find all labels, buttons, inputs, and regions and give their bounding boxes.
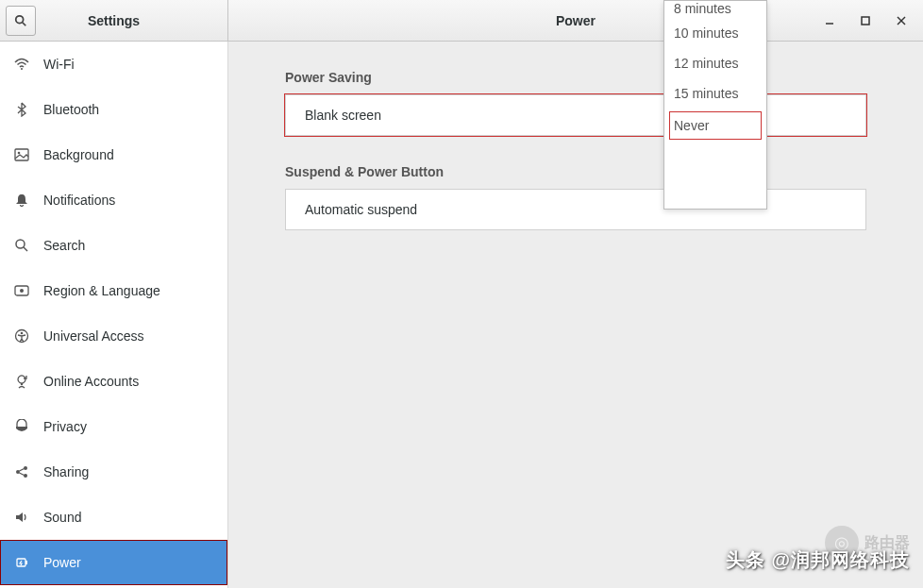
close-button[interactable] xyxy=(883,3,919,39)
sidebar-item-label: Background xyxy=(43,147,114,162)
region-icon xyxy=(13,282,30,299)
svg-line-20 xyxy=(20,473,25,476)
watermark-text: 头条 @润邦网络科技 xyxy=(726,547,910,573)
window-controls xyxy=(812,3,919,39)
sidebar-item-online-accounts[interactable]: Online Accounts xyxy=(0,359,227,404)
search-button[interactable] xyxy=(6,6,36,36)
sidebar-item-bluetooth[interactable]: Bluetooth xyxy=(0,87,227,132)
background-icon xyxy=(13,146,30,163)
privacy-icon xyxy=(13,418,30,435)
wifi-icon xyxy=(13,56,30,73)
power-saving-title: Power Saving xyxy=(285,70,866,85)
automatic-suspend-row[interactable]: Automatic suspend xyxy=(285,189,866,230)
watermark: 头条 @润邦网络科技 xyxy=(726,547,910,573)
svg-point-9 xyxy=(16,240,25,248)
headerbar-left: Settings xyxy=(0,0,228,41)
blank-screen-dropdown: 8 minutes 10 minutes 12 minutes 15 minut… xyxy=(663,0,767,210)
dropdown-option-never[interactable]: Never xyxy=(668,110,763,141)
svg-point-0 xyxy=(16,15,24,23)
content: Wi-Fi Bluetooth Background Notifications… xyxy=(0,42,923,588)
sidebar: Wi-Fi Bluetooth Background Notifications… xyxy=(0,42,228,588)
suspend-section-title: Suspend & Power Button xyxy=(285,164,866,179)
svg-line-10 xyxy=(24,247,27,251)
sidebar-item-label: Bluetooth xyxy=(43,102,99,117)
svg-point-6 xyxy=(21,68,23,70)
sidebar-item-label: Online Accounts xyxy=(43,374,139,389)
universal-access-icon xyxy=(13,328,30,344)
svg-point-17 xyxy=(24,466,27,470)
bluetooth-icon xyxy=(13,101,30,118)
sidebar-item-label: Privacy xyxy=(43,419,87,434)
minimize-button[interactable] xyxy=(812,3,847,39)
sidebar-item-label: Region & Language xyxy=(43,283,160,298)
sidebar-item-label: Sharing xyxy=(43,464,89,479)
sidebar-item-region[interactable]: Region & Language xyxy=(0,268,227,313)
svg-rect-22 xyxy=(25,561,27,564)
power-icon xyxy=(13,554,30,571)
svg-point-15 xyxy=(21,383,23,385)
svg-rect-3 xyxy=(862,17,869,25)
svg-point-14 xyxy=(21,332,24,335)
search-icon xyxy=(14,14,27,27)
maximize-button[interactable] xyxy=(847,3,883,39)
notifications-icon xyxy=(13,192,30,209)
headerbar: Settings Power xyxy=(0,0,923,42)
dropdown-option-12-minutes[interactable]: 12 minutes xyxy=(664,48,766,78)
sidebar-item-sharing[interactable]: Sharing xyxy=(0,449,227,495)
main-panel: Power Saving Blank screen Suspend & Powe… xyxy=(228,42,923,588)
sidebar-item-search[interactable]: Search xyxy=(0,223,227,268)
svg-point-18 xyxy=(24,474,27,478)
headerbar-right: Power xyxy=(228,0,923,41)
sidebar-item-label: Power xyxy=(43,555,81,570)
sidebar-item-wifi[interactable]: Wi-Fi xyxy=(0,42,227,87)
search-icon xyxy=(13,237,30,254)
sidebar-item-privacy[interactable]: Privacy xyxy=(0,404,227,449)
sidebar-item-background[interactable]: Background xyxy=(0,132,227,177)
svg-point-12 xyxy=(20,289,24,293)
sidebar-item-label: Search xyxy=(43,238,85,253)
sidebar-item-notifications[interactable]: Notifications xyxy=(0,177,227,223)
sidebar-item-label: Wi-Fi xyxy=(43,57,75,72)
dropdown-option-10-minutes[interactable]: 10 minutes xyxy=(664,18,766,48)
sharing-icon xyxy=(13,463,30,480)
sidebar-item-label: Notifications xyxy=(43,193,115,208)
svg-point-8 xyxy=(18,152,21,155)
dropdown-option-15-minutes[interactable]: 15 minutes xyxy=(664,78,766,109)
dropdown-option-8-minutes[interactable]: 8 minutes xyxy=(664,1,766,18)
svg-line-1 xyxy=(23,22,26,25)
blank-screen-row[interactable]: Blank screen xyxy=(285,94,866,136)
sidebar-item-sound[interactable]: Sound xyxy=(0,495,227,540)
sound-icon xyxy=(13,509,30,526)
online-accounts-icon xyxy=(13,373,30,390)
sidebar-item-universal[interactable]: Universal Access xyxy=(0,313,227,359)
sidebar-item-label: Sound xyxy=(43,510,81,525)
sidebar-item-label: Universal Access xyxy=(43,328,144,344)
sidebar-item-power[interactable]: Power xyxy=(0,540,227,585)
svg-line-19 xyxy=(20,469,25,472)
